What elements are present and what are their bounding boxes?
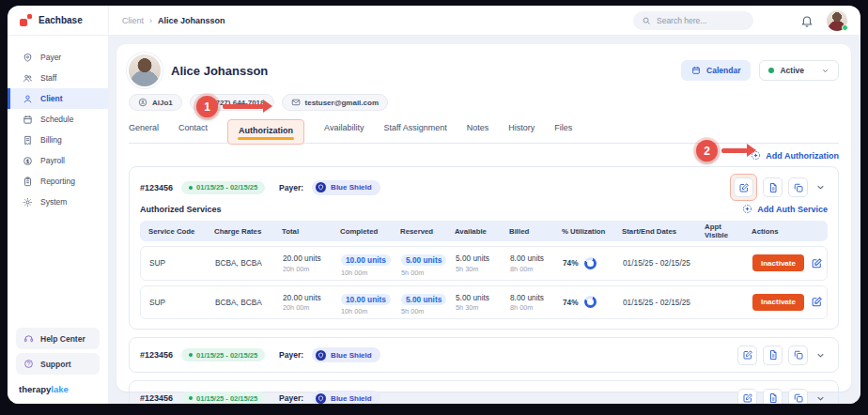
add-auth-service-link[interactable]: Add Auth Service [742,204,828,214]
breadcrumb-separator: › [149,16,152,25]
authorization-date-range: 01/15/25 - 02/15/25 [196,183,257,192]
authorization-date-pill: 01/15/25 - 02/15/25 [181,348,265,361]
authorized-services-title: Authorized Services [140,205,222,214]
support-label: Support [40,360,71,369]
payer-label: Payer: [279,350,303,360]
add-auth-service-label: Add Auth Service [757,205,828,214]
main-content: Alice Johansson Calendar Active [109,36,860,404]
tab-availability[interactable]: Availability [324,123,364,140]
annotation-arrow-1 [223,104,264,109]
expand-card-button[interactable] [814,393,828,404]
client-email-badge: testuser@gmail.com [282,94,389,111]
cell-available: 5.00 units5h 30m [447,254,502,273]
status-dropdown[interactable]: Active [759,60,839,81]
tab-contact[interactable]: Contact [178,123,208,140]
document-button[interactable] [763,389,783,405]
edit-icon [742,349,753,361]
breadcrumb-section[interactable]: Client [122,16,144,25]
authorization-card-collapsed: #123456 01/15/25 - 02/15/25 Payer: Blue … [129,337,839,373]
bell-icon[interactable] [800,14,814,27]
active-tab-underline [238,137,294,140]
tab-general[interactable]: General [129,123,159,140]
authorization-card-expanded: #123456 01/15/25 - 02/15/25 Payer: Blue … [129,166,839,330]
brand-name: Eachbase [39,15,83,25]
sidebar-item-payer[interactable]: Payer [8,47,108,68]
edit-service-button[interactable] [811,296,823,308]
help-center-button[interactable]: Help Center [16,328,100,349]
gear-icon [23,197,33,208]
breadcrumb: Client › Alice Johansson [122,16,225,25]
user-avatar[interactable] [827,10,847,31]
tab-staff-assignment[interactable]: Staff Assignment [383,123,446,140]
sidebar-item-label: Payroll [40,156,65,165]
sidebar-item-reporting[interactable]: Reporting [8,171,108,192]
inactivate-button[interactable]: Inactivate [752,294,804,311]
edit-authorization-button[interactable] [737,389,757,405]
chevron-down-icon [815,182,826,192]
client-avatar [129,54,161,86]
document-icon [767,349,779,361]
wordmark-second: lake [51,384,69,394]
brand-logo[interactable]: Eachbase [8,6,109,35]
expand-card-button[interactable] [814,350,828,361]
cell-utilization: 74% [554,257,614,269]
tab-authorization-label: Authorization [239,126,293,135]
receipt-icon [23,135,33,146]
payer-pill: Blue Shield [312,391,380,404]
document-button[interactable] [763,346,783,365]
help-center-label: Help Center [40,334,85,344]
annotation-arrow-2 [721,148,748,153]
cell-reserved: 5.00 units5h 00m [393,289,447,316]
calendar-button[interactable]: Calendar [681,60,751,81]
col-completed: Completed [332,227,392,236]
plus-circle-icon [742,204,752,214]
cell-service-code: SUP [141,258,207,268]
cell-actions: Inactivate [744,294,827,311]
sidebar-item-label: Client [40,94,63,103]
sidebar-item-client[interactable]: Client [8,88,108,109]
client-name: Alice Johansson [171,64,268,78]
search-icon [642,16,651,25]
payroll-icon [23,156,33,166]
cell-total: 20.00 units20h 00m [274,293,333,313]
copy-button[interactable] [788,177,808,197]
client-id-label: AlJo1 [152,99,173,107]
col-service-code: Service Code [140,227,206,236]
sidebar-item-staff[interactable]: Staff [8,68,108,88]
edit-authorization-button[interactable] [737,346,757,365]
chevron-down-icon [815,350,826,361]
calendar-icon [23,115,33,125]
search-input[interactable] [657,16,745,25]
sidebar-item-system[interactable]: System [8,192,108,212]
cell-dates: 01/15/25 - 02/15/25 [614,298,697,307]
sidebar-item-billing[interactable]: Billing [8,130,108,150]
edit-service-button[interactable] [811,257,823,269]
tab-history[interactable]: History [508,123,535,140]
annotation-highlight-box [730,174,757,201]
cell-total: 20.00 units20h 00m [274,254,333,273]
support-button[interactable]: Support [16,353,100,375]
active-status-dot [768,68,774,73]
tab-notes[interactable]: Notes [467,123,489,140]
edit-authorization-button[interactable] [734,177,753,197]
collapse-card-button[interactable] [814,182,828,192]
tab-authorization[interactable]: Authorization [227,119,304,145]
search-box[interactable] [633,11,753,30]
copy-button[interactable] [788,346,808,365]
payer-name: Blue Shield [331,394,372,403]
authorization-id: #123456 [140,393,173,403]
document-button[interactable] [763,177,783,197]
inactivate-button[interactable]: Inactivate [752,254,804,271]
sidebar-item-schedule[interactable]: Schedule [8,109,108,130]
id-pin-icon [138,98,147,107]
add-authorization-link[interactable]: Add Authorization [751,150,839,161]
tab-files[interactable]: Files [554,123,572,140]
sidebar-item-payroll[interactable]: Payroll [8,150,108,171]
cell-service-code: SUP [141,298,207,307]
service-table-row: SUP BCBA, BCBA 20.00 units20h 00m 10.00 … [140,246,828,281]
envelope-icon [291,98,301,107]
payer-name: Blue Shield [331,351,372,360]
edit-icon [811,257,823,269]
copy-button[interactable] [788,389,808,405]
cell-billed: 8.00 units8h 00m [502,254,554,273]
